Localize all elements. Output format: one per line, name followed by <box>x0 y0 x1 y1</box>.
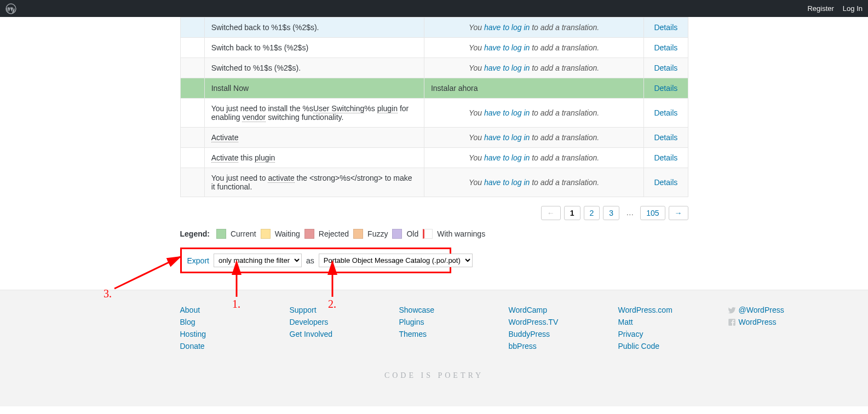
footer-link[interactable]: Developers <box>290 318 355 326</box>
twitter-link[interactable]: @WordPress <box>728 306 794 314</box>
footer-col-4: WordCampWordPress.TVBuddyPressbbPress <box>509 306 574 350</box>
priority-cell <box>180 78 204 99</box>
login-link[interactable]: Log In <box>843 4 863 13</box>
table-row[interactable]: Switched back to %1$s (%2$s).You have to… <box>180 18 688 38</box>
translation-cell: You have to log in to add a translation. <box>424 38 643 58</box>
twitter-label: @WordPress <box>739 306 784 314</box>
table-row[interactable]: You just need to install the %sUser Swit… <box>180 99 688 128</box>
details-cell: Details <box>644 38 688 58</box>
table-row[interactable]: Switched to %1$s (%2$s).You have to log … <box>180 58 688 78</box>
footer-link[interactable]: Get Involved <box>290 330 355 338</box>
swatch-fuzzy <box>353 229 363 239</box>
details-cell: Details <box>644 18 688 38</box>
login-to-translate-link[interactable]: have to log in <box>484 64 530 72</box>
details-link[interactable]: Details <box>654 43 677 52</box>
details-link[interactable]: Details <box>654 23 677 32</box>
footer-tagline: Code is Poetry <box>0 371 868 380</box>
swatch-rejected <box>304 229 314 239</box>
page-3[interactable]: 3 <box>603 206 619 220</box>
details-link[interactable]: Details <box>654 108 677 117</box>
footer-link[interactable]: BuddyPress <box>509 330 574 338</box>
admin-bar: Register Log In <box>0 0 868 17</box>
facebook-link[interactable]: WordPress <box>728 318 794 326</box>
login-to-translate-link[interactable]: have to log in <box>484 178 530 187</box>
footer-link[interactable]: Showcase <box>399 306 465 314</box>
priority-cell <box>180 58 204 78</box>
details-link[interactable]: Details <box>654 178 677 187</box>
details-link[interactable]: Details <box>654 153 677 162</box>
priority-cell <box>180 18 204 38</box>
export-filter-select[interactable]: only matching the filter <box>214 254 302 267</box>
legend-rejected: Rejected <box>319 229 349 238</box>
legend: Legend: Current Waiting Rejected Fuzzy O… <box>180 229 688 239</box>
table-row[interactable]: Install NowInstalar ahoraDetails <box>180 78 688 99</box>
login-to-translate-link[interactable]: have to log in <box>484 153 530 162</box>
swatch-warnings <box>423 229 433 239</box>
export-link[interactable]: Export <box>187 256 209 265</box>
priority-cell <box>180 148 204 168</box>
source-cell: Switched back to %1$s (%2$s). <box>204 18 424 38</box>
export-format-select[interactable]: Portable Object Message Catalog (.po/.po… <box>319 254 473 267</box>
page-prev[interactable]: ← <box>541 206 561 220</box>
details-link[interactable]: Details <box>654 64 677 72</box>
twitter-icon <box>728 306 736 314</box>
footer-link[interactable]: Blog <box>180 318 246 326</box>
page-current: 1 <box>564 206 580 220</box>
footer-link[interactable]: bbPress <box>509 342 574 350</box>
table-row[interactable]: Switch back to %1$s (%2$s)You have to lo… <box>180 38 688 58</box>
swatch-current <box>216 229 226 239</box>
translation-cell: You have to log in to add a translation. <box>424 99 643 128</box>
table-row[interactable]: ActivateYou have to log in to add a tran… <box>180 128 688 148</box>
details-cell: Details <box>644 78 688 99</box>
legend-warnings: With warnings <box>437 229 485 238</box>
admin-bar-right: Register Log In <box>807 4 863 13</box>
priority-cell <box>180 168 204 197</box>
wordpress-logo-icon[interactable] <box>5 3 16 14</box>
login-to-translate-link[interactable]: have to log in <box>484 43 530 52</box>
page-105[interactable]: 105 <box>640 206 665 220</box>
translation-cell: You have to log in to add a translation. <box>424 168 643 197</box>
source-cell: Switch back to %1$s (%2$s) <box>204 38 424 58</box>
translations-table: Switched back to %1$s (%2$s).You have to… <box>180 17 688 197</box>
page-dots: … <box>623 206 637 220</box>
footer-link[interactable]: Themes <box>399 330 465 338</box>
translation-cell: You have to log in to add a translation. <box>424 148 643 168</box>
register-link[interactable]: Register <box>807 4 833 13</box>
translation-cell: You have to log in to add a translation. <box>424 128 643 148</box>
details-cell: Details <box>644 168 688 197</box>
legend-current: Current <box>231 229 256 238</box>
footer-link[interactable]: About <box>180 306 246 314</box>
footer-col-1: AboutBlogHostingDonate <box>180 306 246 350</box>
footer-link[interactable]: Privacy <box>618 330 684 338</box>
footer-link[interactable]: WordPress.com <box>618 306 684 314</box>
swatch-waiting <box>261 229 271 239</box>
details-link[interactable]: Details <box>654 133 677 142</box>
footer-link[interactable]: Support <box>290 306 355 314</box>
translation-cell: Instalar ahora <box>424 78 643 99</box>
pagination: ← 1 2 3 … 105 → <box>180 206 688 220</box>
details-link[interactable]: Details <box>654 84 677 93</box>
admin-bar-left <box>5 3 16 14</box>
footer-link[interactable]: Public Code <box>618 342 684 350</box>
svg-line-1 <box>114 257 180 289</box>
footer: AboutBlogHostingDonate SupportDevelopers… <box>0 290 868 406</box>
footer-inner: AboutBlogHostingDonate SupportDevelopers… <box>180 306 688 350</box>
table-row[interactable]: Activate this pluginYou have to log in t… <box>180 148 688 168</box>
footer-link[interactable]: Matt <box>618 318 684 326</box>
footer-link[interactable]: Hosting <box>180 330 246 338</box>
details-cell: Details <box>644 58 688 78</box>
table-row[interactable]: You just need to activate the <strong>%s… <box>180 168 688 197</box>
footer-link[interactable]: WordCamp <box>509 306 574 314</box>
footer-col-social: @WordPress WordPress <box>728 306 794 350</box>
source-cell: Activate <box>204 128 424 148</box>
priority-cell <box>180 99 204 128</box>
footer-link[interactable]: Donate <box>180 342 246 350</box>
login-to-translate-link[interactable]: have to log in <box>484 108 530 117</box>
page-next[interactable]: → <box>669 206 688 220</box>
page-2[interactable]: 2 <box>584 206 600 220</box>
login-to-translate-link[interactable]: have to log in <box>484 23 530 32</box>
login-to-translate-link[interactable]: have to log in <box>484 133 530 142</box>
footer-link[interactable]: Plugins <box>399 318 465 326</box>
footer-link[interactable]: WordPress.TV <box>509 318 574 326</box>
translation-cell: You have to log in to add a translation. <box>424 18 643 38</box>
